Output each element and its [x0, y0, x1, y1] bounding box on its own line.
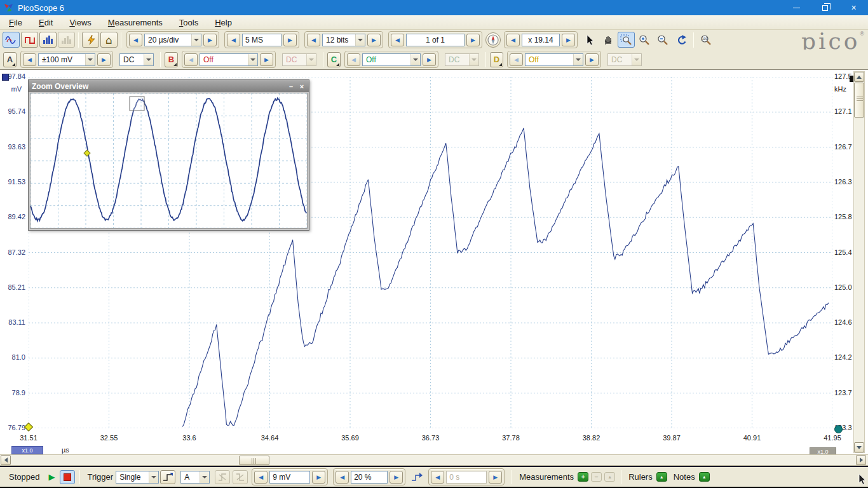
- channel-a-axis-marker[interactable]: [2, 74, 9, 81]
- channel-b-range-increase-button[interactable]: ▶: [260, 53, 273, 66]
- channel-c-range-increase-button[interactable]: ▶: [423, 53, 436, 66]
- channel-d-range-increase-button[interactable]: ▶: [585, 53, 599, 66]
- dropdown-button[interactable]: [573, 54, 583, 65]
- auto-setup-button[interactable]: [82, 32, 99, 48]
- dropdown-button[interactable]: [149, 471, 158, 483]
- stop-capture-button[interactable]: [60, 470, 75, 484]
- zoom-out-tool-button[interactable]: [654, 32, 672, 48]
- trigger-source-dropdown[interactable]: A: [180, 471, 210, 484]
- trigger-level-decrease-button[interactable]: ◀: [254, 471, 268, 484]
- zoom-in-tool-button[interactable]: [636, 32, 653, 48]
- channel-b-range-decrease-button[interactable]: ◀: [184, 53, 198, 66]
- horizontal-scroll-handle[interactable]: [239, 456, 269, 465]
- timebase-increase-button[interactable]: ▶: [203, 34, 217, 46]
- channel-a-range-increase-button[interactable]: ▶: [97, 53, 111, 66]
- trigger-delay-decrease-button[interactable]: ◀: [431, 471, 444, 484]
- spectrum-view-button[interactable]: [39, 32, 57, 48]
- notes-panel-button[interactable]: ▲: [699, 472, 710, 482]
- navigator-button[interactable]: [485, 32, 501, 48]
- horizontal-scrollbar[interactable]: [0, 454, 868, 466]
- overview-plot[interactable]: [31, 93, 307, 228]
- scroll-down-button[interactable]: [854, 442, 864, 452]
- trigger-level-value[interactable]: 9 mV: [269, 471, 310, 484]
- zoom-factor-value[interactable]: x 19.14: [522, 34, 560, 46]
- channel-b-menu-button[interactable]: B: [165, 52, 178, 67]
- menu-tools[interactable]: Tools: [179, 18, 198, 27]
- page-next-button[interactable]: ▶: [466, 34, 480, 46]
- pan-tool-button[interactable]: [599, 32, 616, 48]
- page-previous-button[interactable]: ◀: [391, 34, 404, 46]
- undo-zoom-button[interactable]: [673, 32, 690, 48]
- scope-display-area[interactable]: 97.8495.7493.6391.5389.4287.3285.2183.11…: [0, 70, 868, 454]
- scroll-left-button[interactable]: [1, 455, 11, 465]
- overview-minimize-button[interactable]: –: [287, 82, 295, 90]
- dropdown-button[interactable]: [248, 54, 257, 65]
- restore-button[interactable]: [811, 0, 839, 15]
- menu-file[interactable]: File: [9, 18, 22, 27]
- home-button[interactable]: ⌂: [100, 32, 118, 48]
- zoom-overview-titlebar[interactable]: Zoom Overview – ×: [29, 80, 309, 92]
- menu-edit[interactable]: Edit: [39, 18, 53, 27]
- dropdown-button[interactable]: [410, 54, 420, 65]
- pre-trigger-value[interactable]: 20 %: [351, 471, 388, 484]
- trigger-level-increase-button[interactable]: ▶: [312, 471, 325, 484]
- advanced-trigger-button[interactable]: [160, 470, 175, 484]
- samples-value[interactable]: 5 MS: [242, 34, 281, 46]
- add-measurement-button[interactable]: +: [578, 472, 588, 482]
- channel-a-range-dropdown[interactable]: ±100 mV: [38, 53, 95, 66]
- minimize-button[interactable]: [782, 0, 811, 15]
- channel-d-range-decrease-button[interactable]: ◀: [510, 53, 523, 66]
- right-arrow-icon: ▶: [493, 474, 498, 480]
- menu-help[interactable]: Help: [215, 18, 232, 27]
- channel-a-range-decrease-button[interactable]: ◀: [23, 53, 36, 66]
- zoom-decrease-button[interactable]: ◀: [506, 34, 520, 46]
- samples-increase-button[interactable]: ▶: [283, 34, 297, 46]
- vertical-scroll-handle[interactable]: [854, 83, 864, 118]
- scroll-right-button[interactable]: [856, 455, 866, 465]
- dropdown-button[interactable]: [144, 54, 153, 65]
- channel-c-range-decrease-button[interactable]: ◀: [347, 53, 360, 66]
- menu-views[interactable]: Views: [69, 18, 91, 27]
- zoom-full-button[interactable]: 100: [697, 32, 714, 48]
- close-button[interactable]: ×: [839, 0, 868, 15]
- trigger-timing-button[interactable]: [409, 470, 424, 484]
- channel-a-menu-button[interactable]: A: [3, 52, 17, 67]
- resolution-increase-button[interactable]: ▶: [367, 34, 381, 46]
- scroll-up-button[interactable]: [854, 72, 864, 82]
- pre-trigger-increase-button[interactable]: ▶: [390, 471, 403, 484]
- pre-trigger-decrease-button[interactable]: ◀: [336, 471, 349, 484]
- samples-decrease-button[interactable]: ◀: [227, 34, 240, 46]
- start-capture-button[interactable]: ▶: [48, 472, 55, 482]
- channel-a-coupling-dropdown[interactable]: DC: [119, 53, 154, 66]
- resolution-dropdown[interactable]: 12 bits: [322, 34, 365, 46]
- trigger-delay-increase-button[interactable]: ▶: [489, 471, 502, 484]
- channel-d-range-dropdown[interactable]: Off: [525, 53, 583, 66]
- channel-c-menu-button[interactable]: C: [327, 52, 341, 67]
- pointer-tool-button[interactable]: [581, 32, 598, 48]
- rulers-panel-button[interactable]: ▲: [656, 472, 667, 482]
- menu-measurements[interactable]: Measurements: [108, 18, 163, 27]
- channel-b-range-dropdown[interactable]: Off: [200, 53, 258, 66]
- marquee-zoom-tool-button[interactable]: [618, 32, 635, 48]
- frequency-ruler-marker[interactable]: [834, 425, 843, 433]
- overview-zoom-region[interactable]: [130, 97, 144, 111]
- persistence-view-button[interactable]: [21, 32, 38, 48]
- timebase-decrease-button[interactable]: ◀: [129, 34, 142, 46]
- scope-view-button[interactable]: [3, 32, 20, 48]
- page-indicator[interactable]: 1 of 1: [406, 34, 465, 46]
- channel-d-menu-button[interactable]: D: [490, 52, 503, 67]
- dropdown-button[interactable]: [191, 34, 201, 46]
- dropdown-button[interactable]: [200, 471, 209, 483]
- trigger-mode-dropdown[interactable]: Single: [116, 471, 159, 484]
- dropdown-button[interactable]: [355, 34, 365, 46]
- zoom-overview-body[interactable]: [30, 93, 308, 229]
- overview-close-button[interactable]: ×: [297, 82, 306, 90]
- channel-c-range-dropdown[interactable]: Off: [362, 53, 421, 66]
- dropdown-button[interactable]: [85, 54, 95, 65]
- overview-marker[interactable]: [84, 150, 90, 156]
- zoom-increase-button[interactable]: ▶: [562, 34, 575, 46]
- vertical-scrollbar[interactable]: [853, 71, 865, 453]
- zoom-overview-window[interactable]: Zoom Overview – ×: [28, 79, 309, 231]
- timebase-dropdown[interactable]: 20 µs/div: [144, 34, 201, 46]
- resolution-decrease-button[interactable]: ◀: [307, 34, 320, 46]
